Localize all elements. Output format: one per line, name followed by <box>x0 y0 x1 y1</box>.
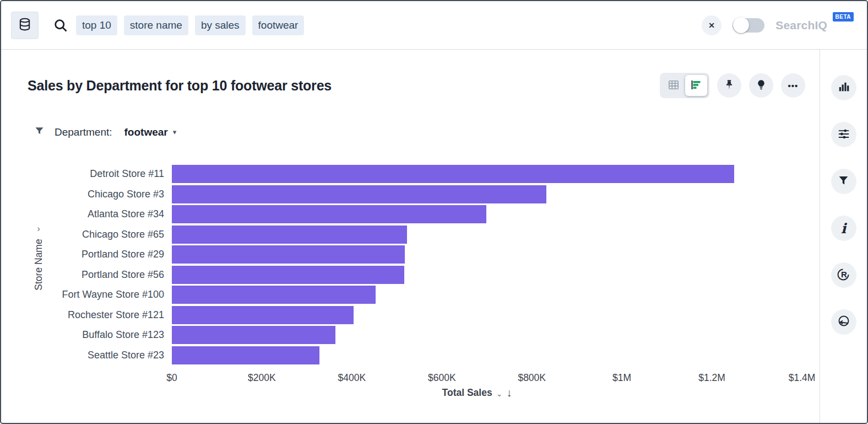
bar[interactable] <box>172 226 407 244</box>
bar-track <box>172 306 802 324</box>
searchiq-toggle[interactable] <box>733 18 764 33</box>
search-header: top 10store nameby salesfootwear ✕ Searc… <box>1 1 867 50</box>
bar-row: Portland Store #29 <box>50 245 802 264</box>
funnel-icon <box>838 175 849 188</box>
bar-row: Seattle Store #23 <box>50 346 802 364</box>
info-rail-button[interactable]: i <box>831 216 856 241</box>
ellipsis-icon: ••• <box>788 81 799 90</box>
bar[interactable] <box>172 245 405 264</box>
searchiq-label: SearchIQ BETA <box>775 19 827 32</box>
filters-rail-button[interactable] <box>831 169 856 194</box>
bar-row: Chicago Store #65 <box>50 226 802 244</box>
more-options-button[interactable]: ••• <box>781 73 805 98</box>
filter-label: Department: <box>55 126 112 138</box>
axis-expand-chevron-icon[interactable]: › <box>37 224 40 233</box>
right-rail: i R <box>820 50 867 423</box>
bar[interactable] <box>172 306 354 324</box>
category-label: Detroit Store #11 <box>50 165 172 183</box>
beta-badge: BETA <box>833 12 854 22</box>
bar-row: Detroit Store #11 <box>50 165 802 183</box>
x-axis-tick: $200K <box>248 372 276 384</box>
circle-arrow-icon <box>837 314 851 330</box>
bar-row: Buffalo Store #123 <box>50 326 802 344</box>
bar[interactable] <box>172 286 376 304</box>
chevron-down-icon: ▾ <box>173 128 177 136</box>
bar[interactable] <box>172 266 404 284</box>
sliders-icon <box>838 128 850 142</box>
x-axis: $0$200K$400K$600K$800K$1M$1.2M$1.4M <box>28 372 802 384</box>
bar-chart: › Store Name Detroit Store #11Chicago St… <box>28 165 820 399</box>
search-token[interactable]: by sales <box>195 15 246 35</box>
category-label: Chicago Store #65 <box>50 226 172 244</box>
x-axis-tick: $0 <box>166 372 177 384</box>
clear-search-button[interactable]: ✕ <box>702 15 721 35</box>
info-icon: i <box>841 222 847 235</box>
bar[interactable] <box>172 165 734 183</box>
table-view-button[interactable] <box>662 75 685 96</box>
bar-row: Chicago Store #3 <box>50 185 802 203</box>
search-icon <box>53 18 68 33</box>
category-label: Portland Store #29 <box>50 245 172 264</box>
pin-button[interactable] <box>717 73 741 98</box>
insights-button[interactable] <box>749 73 773 98</box>
filter-row: Department: footwear ▾ <box>28 126 820 138</box>
r-analysis-rail-button[interactable]: R <box>831 262 856 288</box>
y-axis-title: Store Name <box>33 239 45 290</box>
x-axis-tick: $800K <box>518 372 546 384</box>
app-window: top 10store nameby salesfootwear ✕ Searc… <box>0 0 868 424</box>
category-label: Atlanta Store #34 <box>50 205 172 223</box>
lightbulb-icon <box>755 79 767 93</box>
close-icon: ✕ <box>708 21 715 30</box>
category-label: Seattle Store #23 <box>50 346 172 364</box>
category-label: Portland Store #56 <box>50 266 172 284</box>
table-icon <box>668 79 680 92</box>
database-icon <box>18 17 32 33</box>
bar[interactable] <box>172 326 335 344</box>
bar-chart-icon <box>690 79 702 92</box>
funnel-icon <box>34 126 45 138</box>
bar[interactable] <box>172 205 486 223</box>
visualization-rail-button[interactable] <box>831 75 856 100</box>
configure-rail-button[interactable] <box>831 122 856 147</box>
svg-text:R: R <box>841 270 847 279</box>
search-bar[interactable]: top 10store nameby salesfootwear <box>53 1 702 49</box>
search-tokens: top 10store nameby salesfootwear <box>76 15 304 35</box>
bar-track <box>172 226 802 244</box>
bar-track <box>172 326 802 344</box>
filter-value: footwear <box>124 126 168 138</box>
bar-track <box>172 286 802 304</box>
topbar-right-controls: ✕ SearchIQ BETA <box>702 15 851 35</box>
search-token[interactable]: top 10 <box>76 15 117 35</box>
x-axis-tick: $600K <box>428 372 456 384</box>
data-source-button[interactable] <box>11 12 39 39</box>
filter-value-dropdown[interactable]: footwear ▾ <box>124 126 177 138</box>
chart-rows: Detroit Store #11Chicago Store #3Atlanta… <box>50 165 802 364</box>
bar-track <box>172 165 802 183</box>
bar-track <box>172 205 802 223</box>
x-axis-tick: $400K <box>338 372 366 384</box>
view-toggle-group <box>660 73 709 98</box>
category-label: Rochester Store #121 <box>50 306 172 324</box>
category-label: Chicago Store #3 <box>50 185 172 203</box>
explore-rail-button[interactable] <box>831 309 856 335</box>
viz-toolbar: ••• <box>660 73 805 98</box>
x-axis-tick: $1M <box>612 372 631 384</box>
r-circle-icon: R <box>836 267 851 284</box>
bar[interactable] <box>172 185 546 203</box>
bar-track <box>172 266 802 284</box>
bar[interactable] <box>172 346 319 364</box>
page-title: Sales by Department for top 10 footwear … <box>28 78 332 94</box>
category-label: Fort Wayne Store #100 <box>50 286 172 304</box>
bar-track <box>172 185 802 203</box>
pin-icon <box>723 79 735 93</box>
search-token[interactable]: footwear <box>252 15 305 35</box>
chart-view-button[interactable] <box>685 75 707 96</box>
category-label: Buffalo Store #123 <box>50 326 172 344</box>
answer-panel: Sales by Department for top 10 footwear … <box>1 50 820 423</box>
chevron-down-icon: ⌄ <box>496 390 503 398</box>
bar-track <box>172 245 802 264</box>
search-token[interactable]: store name <box>124 15 188 35</box>
x-axis-title[interactable]: Total Sales ⌄ ↓ <box>162 387 792 399</box>
x-axis-tick: $1.4M <box>789 372 816 384</box>
bar-row: Fort Wayne Store #100 <box>50 286 802 304</box>
